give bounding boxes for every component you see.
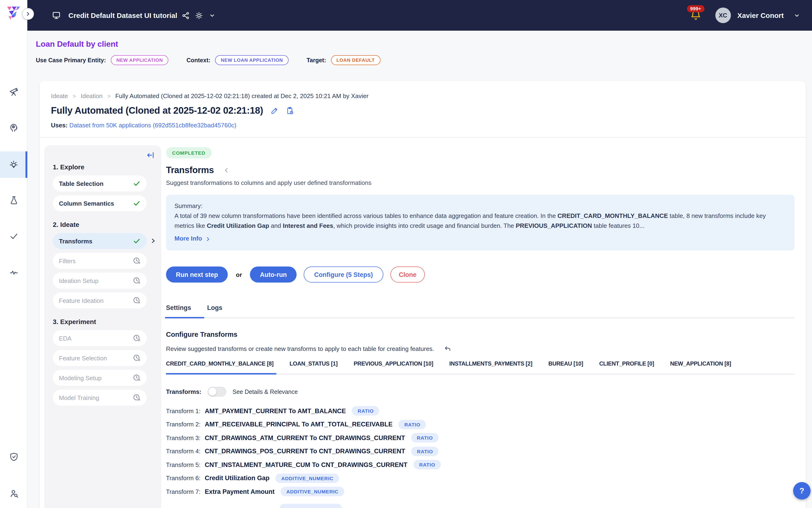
configure-button[interactable]: Configure (5 Steps)	[304, 266, 384, 283]
run-next-step-button[interactable]: Run next step	[166, 266, 228, 283]
explore-telescope-icon[interactable]	[0, 78, 27, 105]
context-label: Context:	[186, 57, 210, 64]
transform-row: Transform 2: AMT_RECEIVABLE_PRINCIPAL To…	[166, 418, 795, 431]
edit-icon[interactable]	[270, 107, 279, 115]
notifications-bell[interactable]: 999+	[690, 9, 702, 22]
clone-button[interactable]: Clone	[391, 266, 425, 283]
transform-prefix: Transform 6:	[166, 475, 200, 482]
tab-logs[interactable]: Logs	[207, 304, 223, 318]
icon-rail	[0, 0, 27, 508]
transform-row: Transform 1: AMT_PAYMENT_CURRENT To AMT_…	[166, 404, 795, 418]
breadcrumb-separator: >	[73, 93, 76, 99]
context-pill[interactable]: NEW LOAN APPLICATION	[215, 55, 288, 65]
help-button[interactable]: ?	[793, 482, 811, 500]
featurebyte-logo[interactable]	[6, 6, 20, 21]
sidebar-expand-button[interactable]	[22, 8, 34, 20]
transform-name: Credit Utilization Gap	[205, 475, 269, 482]
pending-clock-icon	[133, 277, 140, 285]
pending-clock-icon	[133, 374, 140, 382]
breadcrumb-separator: >	[107, 93, 110, 99]
step-item-modeling-setup[interactable]: Modeling Setup	[53, 370, 147, 386]
step-item-feature-selection[interactable]: Feature Selection	[53, 350, 147, 366]
top-bar: Credit Default Dataset UI tutorial	[27, 0, 812, 31]
pending-clock-icon	[133, 334, 140, 342]
validate-check-icon[interactable]	[0, 223, 27, 249]
dataset-link[interactable]: Dataset from 50K applications (692d551cb…	[69, 122, 236, 129]
entity-pill[interactable]: NEW APPLICATION	[110, 55, 169, 65]
transform-name: CNT_DRAWINGS_ATM_CURRENT To CNT_DRAWINGS…	[205, 434, 405, 441]
table-tabs: CREDIT_CARD_MONTHLY_BALANCE [8]LOAN_STAT…	[166, 361, 795, 375]
auto-run-button[interactable]: Auto-run	[250, 266, 297, 283]
step-title: Transforms	[166, 165, 214, 175]
user-menu-chevron-icon[interactable]	[790, 9, 804, 22]
breadcrumb-current: Fully Automated (Cloned at 2025-12-02 02…	[115, 92, 368, 99]
step-item-transforms[interactable]: Transforms	[53, 233, 147, 249]
transform-type-badge: RATIO	[411, 447, 439, 456]
pending-clock-icon	[133, 394, 140, 401]
transform-name: Extra Payment Amount	[205, 488, 274, 495]
step-item-ideation-setup[interactable]: Ideation Setup	[53, 272, 147, 289]
transform-name: AMT_PAYMENT_CURRENT To AMT_BALANCE	[205, 408, 346, 415]
panel-collapse-icon[interactable]	[146, 151, 155, 160]
breadcrumb-ideate[interactable]: Ideate	[51, 92, 68, 99]
ideation-lightbulb-icon[interactable]	[0, 152, 27, 178]
breadcrumb: Ideate > Ideation > Fully Automated (Clo…	[51, 92, 795, 99]
undo-icon[interactable]	[444, 345, 452, 353]
check-icon	[133, 180, 140, 187]
step-item-column-semantics[interactable]: Column Semantics	[53, 195, 147, 211]
step-item-filters[interactable]: Filters	[53, 253, 147, 269]
transform-prefix: Transform 4:	[166, 448, 200, 455]
details-relevance-toggle[interactable]	[208, 387, 226, 397]
monitor-pulse-icon[interactable]	[0, 259, 27, 285]
table-tab-previous-application-10[interactable]: PREVIOUS_APPLICATION [10]	[354, 361, 433, 374]
transform-type-badge: RATIO	[411, 433, 439, 443]
step-section-heading: 1. Explore	[53, 163, 154, 171]
ideate-mind-icon[interactable]	[0, 114, 27, 140]
target-pill[interactable]: LOAN DEFAULT	[331, 55, 380, 65]
user-search-icon[interactable]	[0, 480, 27, 507]
breadcrumb-ideation[interactable]: Ideation	[81, 92, 102, 99]
transform-row: Transform 4: CNT_DRAWINGS_POS_CURRENT To…	[166, 444, 795, 458]
project-menu-chevron-icon[interactable]	[206, 9, 219, 22]
step-item-table-selection[interactable]: Table Selection	[53, 175, 147, 192]
summary-text: A total of 39 new column transformations…	[175, 211, 786, 231]
clipboard-history-icon[interactable]	[286, 107, 294, 115]
target-label: Target:	[307, 57, 326, 64]
step-subtitle: Suggest transformations to columns and a…	[166, 179, 795, 186]
table-tab-loan-status-1[interactable]: LOAN_STATUS [1]	[289, 361, 337, 374]
transform-name: AMT_RECEIVABLE_PRINCIPAL To AMT_TOTAL_RE…	[205, 421, 393, 428]
table-tab-bureau-10[interactable]: BUREAU [10]	[548, 361, 583, 374]
transform-prefix: Transform 7:	[166, 488, 200, 495]
table-tab-credit-card-monthly-balance-8[interactable]: CREDIT_CARD_MONTHLY_BALANCE [8]	[166, 361, 273, 374]
table-tab-client-profile-0[interactable]: CLIENT_PROFILE [0]	[599, 361, 654, 374]
transform-type-badge: RATIO	[413, 460, 441, 470]
table-tab-installments-payments-2[interactable]: INSTALLMENTS_PAYMENTS [2]	[449, 361, 532, 374]
experiment-flask-icon[interactable]	[0, 187, 27, 213]
transform-name: CNT_DRAWINGS_POS_CURRENT To CNT_DRAWINGS…	[205, 448, 405, 455]
transform-type-badge: ADDITIVE_NUMERIC	[276, 474, 339, 483]
summary-label: Summary:	[175, 201, 786, 211]
status-badge: COMPLETED	[166, 147, 212, 159]
share-icon[interactable]	[179, 9, 192, 22]
collapse-summary-chevron-icon[interactable]	[223, 167, 230, 174]
governance-shield-icon[interactable]	[0, 443, 27, 470]
more-info-link[interactable]: More Info	[175, 234, 786, 244]
monitor-icon	[49, 9, 63, 22]
steps-panel: 1. Explore Table Selection	[44, 145, 161, 508]
notifications-count-badge: 999+	[687, 5, 705, 12]
active-step-chevron-icon[interactable]	[150, 237, 156, 245]
gear-icon[interactable]	[192, 9, 206, 22]
transform-prefix: Transform 2:	[166, 421, 200, 428]
user-name: Xavier Conort	[737, 11, 784, 19]
ideation-title: Fully Automated (Cloned at 2025-12-02 02…	[51, 105, 263, 116]
transform-prefix: Transform 1:	[166, 408, 200, 415]
toggle-hint: See Details & Relevance	[232, 388, 298, 395]
tab-settings[interactable]: Settings	[166, 304, 191, 318]
entity-label: Use Case Primary Entity:	[36, 57, 106, 64]
step-item-feature-ideation[interactable]: Feature Ideation	[53, 292, 147, 308]
step-item-eda[interactable]: EDA	[53, 330, 147, 346]
avatar[interactable]: XC	[715, 7, 731, 23]
step-item-model-training[interactable]: Model Training	[53, 390, 147, 406]
table-tab-new-application-8[interactable]: NEW_APPLICATION [8]	[670, 361, 731, 374]
transform-row: Transform 3: CNT_DRAWINGS_ATM_CURRENT To…	[166, 431, 795, 444]
